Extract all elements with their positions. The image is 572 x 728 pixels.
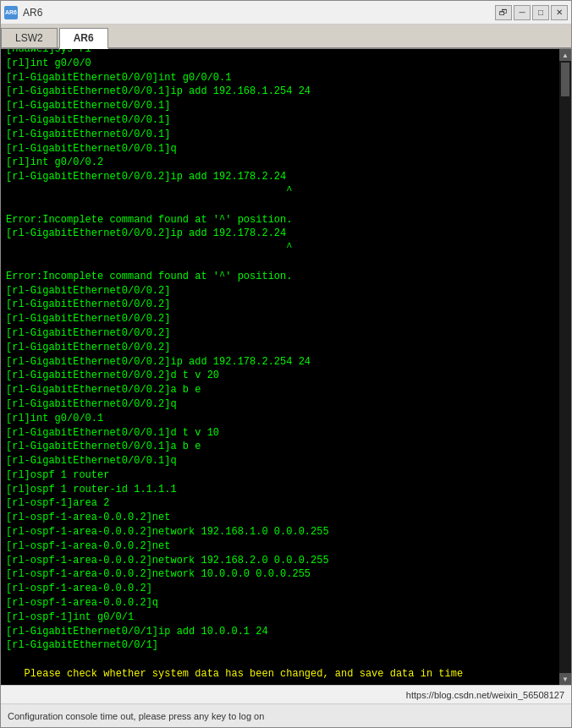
- minimize-button[interactable]: ─: [514, 5, 531, 20]
- close-button[interactable]: ✕: [551, 5, 568, 20]
- app-icon: AR6: [4, 6, 18, 19]
- scrollbar: ▲ ▼: [559, 49, 571, 685]
- terminal-output[interactable]: Enter system view, return user view with…: [1, 49, 559, 685]
- bottom-bar: Configuration console time out, please p…: [1, 703, 571, 727]
- status-url: https://blog.csdn.net/weixin_56508127: [406, 690, 564, 700]
- status-bar: https://blog.csdn.net/weixin_56508127: [1, 685, 571, 703]
- terminal-container: Enter system view, return user view with…: [1, 49, 571, 685]
- scrollbar-thumb[interactable]: [561, 63, 569, 96]
- tab-lsw2[interactable]: LSW2: [1, 28, 58, 47]
- tab-bar: LSW2 AR6: [1, 25, 571, 49]
- window-title: AR6: [23, 7, 42, 19]
- restore-button[interactable]: 🗗: [495, 5, 512, 20]
- scrollbar-track: [559, 61, 571, 673]
- bottom-text: Configuration console time out, please p…: [8, 711, 264, 721]
- scrollbar-up-button[interactable]: ▲: [559, 49, 571, 61]
- scrollbar-down-button[interactable]: ▼: [559, 673, 571, 685]
- maximize-button[interactable]: □: [532, 5, 549, 20]
- title-bar-left: AR6 AR6: [4, 6, 42, 19]
- main-window: AR6 AR6 🗗 ─ □ ✕ LSW2 AR6 Enter system vi…: [0, 0, 572, 728]
- title-bar: AR6 AR6 🗗 ─ □ ✕: [1, 1, 571, 25]
- tab-ar6[interactable]: AR6: [59, 28, 108, 49]
- window-controls: 🗗 ─ □ ✕: [495, 5, 568, 20]
